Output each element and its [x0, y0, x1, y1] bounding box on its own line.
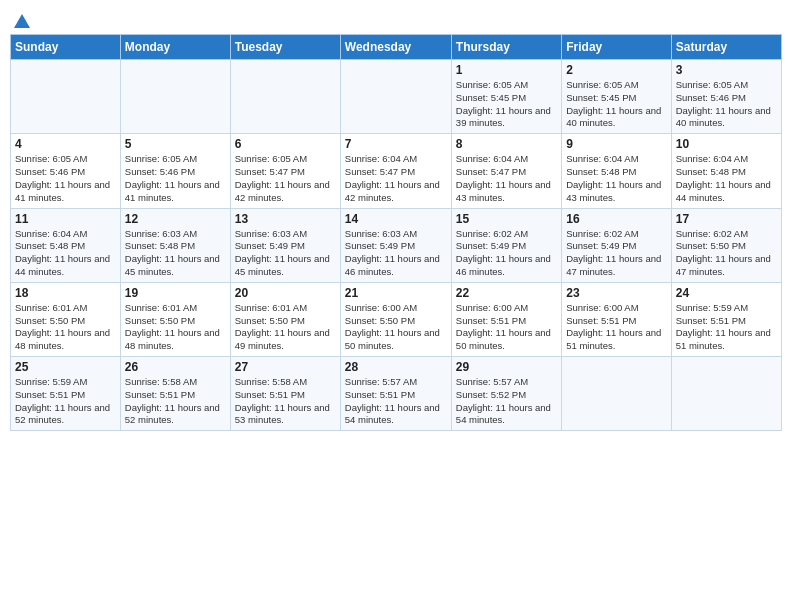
calendar-cell: 2Sunrise: 6:05 AM Sunset: 5:45 PM Daylig…	[562, 60, 671, 134]
day-info: Sunrise: 6:02 AM Sunset: 5:49 PM Dayligh…	[456, 228, 557, 279]
day-info: Sunrise: 6:04 AM Sunset: 5:47 PM Dayligh…	[345, 153, 447, 204]
day-number: 28	[345, 360, 447, 374]
col-header-friday: Friday	[562, 35, 671, 60]
day-info: Sunrise: 6:05 AM Sunset: 5:47 PM Dayligh…	[235, 153, 336, 204]
calendar-cell: 7Sunrise: 6:04 AM Sunset: 5:47 PM Daylig…	[340, 134, 451, 208]
calendar-cell	[562, 357, 671, 431]
calendar-cell: 15Sunrise: 6:02 AM Sunset: 5:49 PM Dayli…	[451, 208, 561, 282]
calendar-cell: 11Sunrise: 6:04 AM Sunset: 5:48 PM Dayli…	[11, 208, 121, 282]
week-row-4: 18Sunrise: 6:01 AM Sunset: 5:50 PM Dayli…	[11, 282, 782, 356]
calendar-cell: 13Sunrise: 6:03 AM Sunset: 5:49 PM Dayli…	[230, 208, 340, 282]
calendar-cell: 19Sunrise: 6:01 AM Sunset: 5:50 PM Dayli…	[120, 282, 230, 356]
day-number: 6	[235, 137, 336, 151]
calendar-cell: 20Sunrise: 6:01 AM Sunset: 5:50 PM Dayli…	[230, 282, 340, 356]
day-info: Sunrise: 6:04 AM Sunset: 5:48 PM Dayligh…	[566, 153, 666, 204]
day-info: Sunrise: 6:03 AM Sunset: 5:49 PM Dayligh…	[235, 228, 336, 279]
calendar-cell: 6Sunrise: 6:05 AM Sunset: 5:47 PM Daylig…	[230, 134, 340, 208]
calendar-table: SundayMondayTuesdayWednesdayThursdayFrid…	[10, 34, 782, 431]
day-info: Sunrise: 6:02 AM Sunset: 5:49 PM Dayligh…	[566, 228, 666, 279]
calendar-cell: 14Sunrise: 6:03 AM Sunset: 5:49 PM Dayli…	[340, 208, 451, 282]
day-info: Sunrise: 6:04 AM Sunset: 5:48 PM Dayligh…	[15, 228, 116, 279]
day-info: Sunrise: 6:04 AM Sunset: 5:48 PM Dayligh…	[676, 153, 777, 204]
calendar-cell: 5Sunrise: 6:05 AM Sunset: 5:46 PM Daylig…	[120, 134, 230, 208]
week-row-5: 25Sunrise: 5:59 AM Sunset: 5:51 PM Dayli…	[11, 357, 782, 431]
day-number: 9	[566, 137, 666, 151]
calendar-cell: 22Sunrise: 6:00 AM Sunset: 5:51 PM Dayli…	[451, 282, 561, 356]
day-info: Sunrise: 5:59 AM Sunset: 5:51 PM Dayligh…	[676, 302, 777, 353]
calendar-cell: 17Sunrise: 6:02 AM Sunset: 5:50 PM Dayli…	[671, 208, 781, 282]
day-info: Sunrise: 6:00 AM Sunset: 5:51 PM Dayligh…	[456, 302, 557, 353]
week-row-2: 4Sunrise: 6:05 AM Sunset: 5:46 PM Daylig…	[11, 134, 782, 208]
day-info: Sunrise: 6:05 AM Sunset: 5:45 PM Dayligh…	[566, 79, 666, 130]
day-number: 17	[676, 212, 777, 226]
calendar-cell	[230, 60, 340, 134]
svg-marker-0	[14, 14, 30, 28]
calendar-cell: 1Sunrise: 6:05 AM Sunset: 5:45 PM Daylig…	[451, 60, 561, 134]
day-number: 7	[345, 137, 447, 151]
calendar-cell: 4Sunrise: 6:05 AM Sunset: 5:46 PM Daylig…	[11, 134, 121, 208]
calendar-cell: 29Sunrise: 5:57 AM Sunset: 5:52 PM Dayli…	[451, 357, 561, 431]
day-number: 24	[676, 286, 777, 300]
day-number: 16	[566, 212, 666, 226]
day-number: 5	[125, 137, 226, 151]
col-header-saturday: Saturday	[671, 35, 781, 60]
calendar-cell: 23Sunrise: 6:00 AM Sunset: 5:51 PM Dayli…	[562, 282, 671, 356]
calendar-cell: 21Sunrise: 6:00 AM Sunset: 5:50 PM Dayli…	[340, 282, 451, 356]
day-info: Sunrise: 6:01 AM Sunset: 5:50 PM Dayligh…	[15, 302, 116, 353]
logo	[10, 10, 32, 28]
day-info: Sunrise: 6:05 AM Sunset: 5:46 PM Dayligh…	[676, 79, 777, 130]
calendar-cell	[120, 60, 230, 134]
day-info: Sunrise: 6:01 AM Sunset: 5:50 PM Dayligh…	[235, 302, 336, 353]
col-header-monday: Monday	[120, 35, 230, 60]
day-number: 3	[676, 63, 777, 77]
day-info: Sunrise: 6:03 AM Sunset: 5:49 PM Dayligh…	[345, 228, 447, 279]
day-number: 11	[15, 212, 116, 226]
day-number: 23	[566, 286, 666, 300]
day-number: 10	[676, 137, 777, 151]
day-info: Sunrise: 6:03 AM Sunset: 5:48 PM Dayligh…	[125, 228, 226, 279]
day-number: 14	[345, 212, 447, 226]
day-number: 19	[125, 286, 226, 300]
col-header-wednesday: Wednesday	[340, 35, 451, 60]
calendar-cell: 28Sunrise: 5:57 AM Sunset: 5:51 PM Dayli…	[340, 357, 451, 431]
page-header	[10, 10, 782, 28]
day-number: 15	[456, 212, 557, 226]
day-number: 4	[15, 137, 116, 151]
calendar-cell: 24Sunrise: 5:59 AM Sunset: 5:51 PM Dayli…	[671, 282, 781, 356]
calendar-cell: 10Sunrise: 6:04 AM Sunset: 5:48 PM Dayli…	[671, 134, 781, 208]
col-header-tuesday: Tuesday	[230, 35, 340, 60]
calendar-cell: 16Sunrise: 6:02 AM Sunset: 5:49 PM Dayli…	[562, 208, 671, 282]
day-number: 20	[235, 286, 336, 300]
day-info: Sunrise: 6:00 AM Sunset: 5:51 PM Dayligh…	[566, 302, 666, 353]
calendar-header-row: SundayMondayTuesdayWednesdayThursdayFrid…	[11, 35, 782, 60]
calendar-cell: 26Sunrise: 5:58 AM Sunset: 5:51 PM Dayli…	[120, 357, 230, 431]
calendar-cell	[671, 357, 781, 431]
calendar-cell: 8Sunrise: 6:04 AM Sunset: 5:47 PM Daylig…	[451, 134, 561, 208]
col-header-sunday: Sunday	[11, 35, 121, 60]
calendar-cell: 9Sunrise: 6:04 AM Sunset: 5:48 PM Daylig…	[562, 134, 671, 208]
day-number: 26	[125, 360, 226, 374]
day-info: Sunrise: 6:01 AM Sunset: 5:50 PM Dayligh…	[125, 302, 226, 353]
day-number: 1	[456, 63, 557, 77]
day-number: 22	[456, 286, 557, 300]
week-row-1: 1Sunrise: 6:05 AM Sunset: 5:45 PM Daylig…	[11, 60, 782, 134]
calendar-cell	[11, 60, 121, 134]
day-info: Sunrise: 6:05 AM Sunset: 5:46 PM Dayligh…	[15, 153, 116, 204]
calendar-cell: 18Sunrise: 6:01 AM Sunset: 5:50 PM Dayli…	[11, 282, 121, 356]
day-number: 13	[235, 212, 336, 226]
calendar-cell: 12Sunrise: 6:03 AM Sunset: 5:48 PM Dayli…	[120, 208, 230, 282]
day-number: 18	[15, 286, 116, 300]
day-number: 8	[456, 137, 557, 151]
day-info: Sunrise: 5:57 AM Sunset: 5:52 PM Dayligh…	[456, 376, 557, 427]
day-info: Sunrise: 6:02 AM Sunset: 5:50 PM Dayligh…	[676, 228, 777, 279]
day-info: Sunrise: 5:58 AM Sunset: 5:51 PM Dayligh…	[235, 376, 336, 427]
week-row-3: 11Sunrise: 6:04 AM Sunset: 5:48 PM Dayli…	[11, 208, 782, 282]
day-number: 21	[345, 286, 447, 300]
calendar-cell	[340, 60, 451, 134]
day-info: Sunrise: 5:59 AM Sunset: 5:51 PM Dayligh…	[15, 376, 116, 427]
col-header-thursday: Thursday	[451, 35, 561, 60]
day-number: 25	[15, 360, 116, 374]
calendar-cell: 3Sunrise: 6:05 AM Sunset: 5:46 PM Daylig…	[671, 60, 781, 134]
calendar-cell: 27Sunrise: 5:58 AM Sunset: 5:51 PM Dayli…	[230, 357, 340, 431]
day-info: Sunrise: 6:00 AM Sunset: 5:50 PM Dayligh…	[345, 302, 447, 353]
